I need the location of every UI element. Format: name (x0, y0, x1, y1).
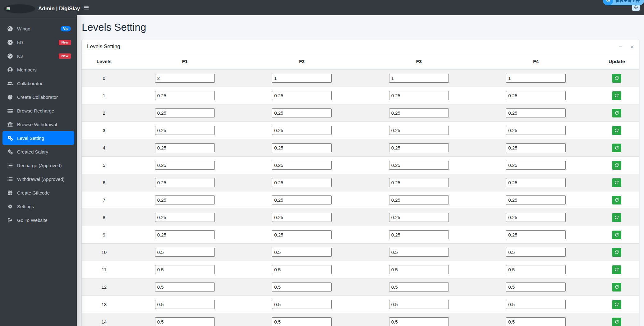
update-button[interactable] (612, 161, 621, 170)
sidebar-item-collaborator[interactable]: Collaborator (2, 76, 74, 90)
f3-input[interactable] (389, 248, 449, 257)
f3-input[interactable] (389, 126, 449, 135)
f1-input[interactable] (155, 248, 215, 257)
table-row: 13 (82, 296, 639, 313)
update-button[interactable] (612, 178, 621, 187)
table-header-row: Levels F1 F2 F3 F4 Update (82, 54, 639, 69)
f2-input[interactable] (272, 143, 332, 152)
f1-input[interactable] (155, 282, 215, 292)
f3-input[interactable] (389, 143, 449, 152)
f4-input[interactable] (506, 248, 566, 257)
sidebar-item-go-to-website[interactable]: Go To Website (2, 213, 74, 227)
f4-input[interactable] (506, 282, 566, 292)
f2-input[interactable] (272, 300, 332, 309)
f4-input[interactable] (506, 91, 566, 100)
sidebar-item-recharge-approved[interactable]: Recharge (Approved) (2, 158, 74, 172)
update-button[interactable] (612, 283, 621, 292)
f1-input[interactable] (155, 143, 215, 152)
f4-input[interactable] (506, 195, 566, 204)
f3-input[interactable] (389, 300, 449, 309)
f2-input[interactable] (272, 161, 332, 170)
sidebar-item-wingo[interactable]: Wingo Vip (2, 22, 74, 35)
f2-input[interactable] (272, 74, 332, 83)
f2-input[interactable] (272, 282, 332, 292)
f1-input[interactable] (155, 300, 215, 309)
f1-input[interactable] (155, 265, 215, 274)
update-button[interactable] (612, 300, 621, 309)
f4-input[interactable] (506, 126, 566, 135)
f2-input[interactable] (272, 248, 332, 257)
f4-input[interactable] (506, 213, 566, 222)
f3-input[interactable] (389, 282, 449, 292)
f1-input[interactable] (155, 230, 215, 239)
f3-input[interactable] (389, 230, 449, 239)
f3-input[interactable] (389, 91, 449, 100)
close-icon[interactable]: × (630, 44, 634, 50)
update-button[interactable] (612, 74, 621, 83)
update-button[interactable] (612, 109, 621, 117)
f4-input[interactable] (506, 74, 566, 83)
f2-input[interactable] (272, 178, 332, 187)
sidebar-item-create-collaborator[interactable]: Create Collaborator (2, 90, 74, 104)
menu-toggle-button[interactable] (84, 5, 89, 10)
f4-input[interactable] (506, 230, 566, 239)
brand-link[interactable]: Admin | DigiSlay (38, 6, 80, 12)
f1-input[interactable] (155, 178, 215, 187)
update-button[interactable] (612, 196, 621, 204)
f3-input[interactable] (389, 178, 449, 187)
f3-input[interactable] (389, 265, 449, 274)
sidebar-item-settings[interactable]: Settings (2, 200, 74, 213)
sidebar-item-browse-recharge[interactable]: Browse Recharge (2, 104, 74, 117)
f2-input[interactable] (272, 265, 332, 274)
sidebar-item-create-giftcode[interactable]: Create Giftcode (2, 186, 74, 200)
f3-input[interactable] (389, 195, 449, 204)
sidebar: User Image Admin | DigiSlay Wingo Vip 5D… (0, 0, 77, 326)
extension-badge[interactable]: ∞ 拖拽全屏上传 (603, 0, 644, 5)
update-button[interactable] (612, 231, 621, 239)
update-button[interactable] (612, 248, 621, 257)
update-button[interactable] (612, 144, 621, 152)
f3-input[interactable] (389, 161, 449, 170)
f3-input[interactable] (389, 108, 449, 117)
f1-input[interactable] (155, 317, 215, 326)
level-cell: 1 (82, 87, 126, 104)
f4-input[interactable] (506, 265, 566, 274)
f4-input[interactable] (506, 300, 566, 309)
f2-input[interactable] (272, 108, 332, 117)
f1-input[interactable] (155, 213, 215, 222)
f1-input[interactable] (155, 108, 215, 117)
f4-input[interactable] (506, 317, 566, 326)
f2-input[interactable] (272, 213, 332, 222)
f3-input[interactable] (389, 213, 449, 222)
sidebar-item-5d[interactable]: 5D New (2, 35, 74, 49)
sidebar-item-withdrawal-approved[interactable]: Withdrawal (Approved) (2, 172, 74, 186)
update-button[interactable] (612, 265, 621, 274)
f1-input[interactable] (155, 74, 215, 83)
update-button[interactable] (612, 126, 621, 135)
f3-input[interactable] (389, 317, 449, 326)
sidebar-item-created-salary[interactable]: Created Salary (2, 145, 74, 158)
update-button[interactable] (612, 213, 621, 222)
f1-input[interactable] (155, 126, 215, 135)
collapse-icon[interactable]: − (619, 44, 622, 50)
f1-input[interactable] (155, 161, 215, 170)
f1-input[interactable] (155, 195, 215, 204)
f4-input[interactable] (506, 178, 566, 187)
sidebar-item-members[interactable]: Members (2, 63, 74, 76)
sidebar-item-k3[interactable]: K3 New (2, 49, 74, 63)
update-button[interactable] (612, 318, 621, 326)
f4-input[interactable] (506, 161, 566, 170)
f2-input[interactable] (272, 126, 332, 135)
f2-input[interactable] (272, 195, 332, 204)
f1-input[interactable] (155, 91, 215, 100)
level-cell: 5 (82, 157, 126, 174)
sidebar-item-level-setting[interactable]: Level Setting (2, 131, 74, 145)
sidebar-item-browse-withdrawal[interactable]: Browse Withdrawal (2, 117, 74, 131)
update-button[interactable] (612, 91, 621, 100)
f4-input[interactable] (506, 143, 566, 152)
f2-input[interactable] (272, 230, 332, 239)
f4-input[interactable] (506, 108, 566, 117)
f2-input[interactable] (272, 91, 332, 100)
f2-input[interactable] (272, 317, 332, 326)
f3-input[interactable] (389, 74, 449, 83)
